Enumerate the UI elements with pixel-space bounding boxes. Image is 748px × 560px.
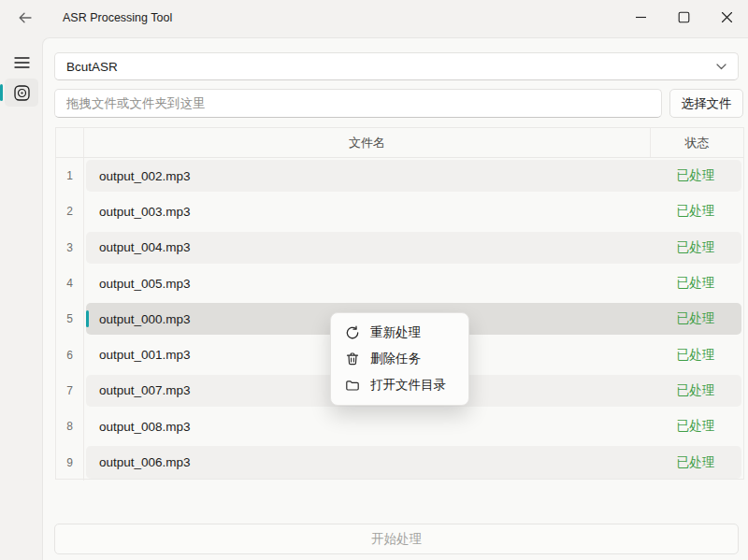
record-lens-icon: [13, 84, 31, 102]
trash-icon: [345, 352, 360, 366]
row-index: 9: [56, 444, 84, 480]
choose-file-button[interactable]: 选择文件: [669, 89, 743, 118]
folder-icon: [345, 378, 360, 393]
context-menu-label: 打开文件目录: [370, 377, 446, 394]
refresh-icon: [345, 325, 360, 340]
file-drop-input[interactable]: [54, 89, 662, 118]
close-icon: [721, 11, 733, 23]
start-processing-button[interactable]: 开始处理: [54, 524, 739, 554]
context-menu-label: 删除任务: [370, 351, 421, 367]
context-menu-item-delete[interactable]: 删除任务: [331, 346, 468, 372]
close-button[interactable]: [705, 0, 748, 35]
file-name: output_004.mp3: [99, 240, 650, 254]
engine-dropdown[interactable]: BcutASR: [54, 52, 739, 80]
row-index: 8: [56, 409, 84, 444]
row-content[interactable]: output_002.mp3已处理: [86, 160, 741, 192]
status-label: 已处理: [650, 275, 741, 292]
context-menu: 重新处理 删除任务 打开文件目录: [330, 312, 469, 406]
status-label: 已处理: [650, 167, 741, 184]
status-label: 已处理: [650, 203, 741, 220]
row-index: 1: [56, 158, 84, 194]
row-index: 2: [56, 194, 84, 229]
engine-dropdown-value: BcutASR: [66, 60, 118, 74]
context-menu-item-open-folder[interactable]: 打开文件目录: [331, 372, 468, 398]
row-content[interactable]: output_006.mp3已处理: [86, 446, 741, 478]
table-row[interactable]: 2output_003.mp3已处理: [56, 194, 743, 229]
file-name: output_002.mp3: [99, 169, 650, 183]
window-title: ASR Processing Tool: [63, 11, 172, 24]
choose-file-label: 选择文件: [682, 95, 732, 112]
context-menu-label: 重新处理: [370, 324, 421, 341]
sidebar-selection-accent-bar: [0, 84, 3, 101]
minimize-button[interactable]: [619, 0, 662, 35]
file-name: output_003.mp3: [99, 205, 650, 219]
row-content[interactable]: output_004.mp3已处理: [86, 232, 741, 264]
row-index: 4: [56, 266, 84, 301]
status-label: 已处理: [650, 310, 741, 327]
maximize-button[interactable]: [662, 0, 705, 35]
header-status: 状态: [650, 128, 743, 157]
status-label: 已处理: [650, 239, 741, 256]
sidebar: [0, 37, 42, 560]
window-controls: [619, 0, 748, 35]
nav-menu-button[interactable]: [8, 50, 35, 75]
file-name: output_008.mp3: [99, 420, 650, 434]
table-row[interactable]: 8output_008.mp3已处理: [56, 409, 743, 444]
header-filename: 文件名: [84, 135, 650, 151]
table-row[interactable]: 4output_005.mp3已处理: [56, 266, 743, 301]
file-name: output_005.mp3: [99, 277, 650, 291]
content-panel: BcutASR 选择文件 文件名 状态 1output_002.mp3已处理2o…: [42, 37, 748, 560]
table-row[interactable]: 3output_004.mp3已处理: [56, 230, 743, 266]
row-index: 5: [56, 301, 84, 337]
start-processing-label: 开始处理: [371, 531, 422, 548]
status-label: 已处理: [650, 418, 741, 435]
hamburger-icon: [14, 56, 30, 69]
status-label: 已处理: [650, 382, 741, 399]
row-content[interactable]: output_008.mp3已处理: [86, 410, 741, 442]
row-index: 3: [56, 230, 84, 266]
sidebar-item-asr[interactable]: [5, 79, 38, 107]
header-index-column: [56, 128, 84, 157]
maximize-icon: [678, 11, 690, 23]
row-index: 6: [56, 337, 84, 372]
context-menu-item-reprocess[interactable]: 重新处理: [331, 320, 468, 346]
status-label: 已处理: [650, 454, 741, 471]
row-content[interactable]: output_005.mp3已处理: [86, 267, 741, 299]
selection-accent-bar: [86, 310, 89, 327]
table-row[interactable]: 9output_006.mp3已处理: [56, 444, 743, 480]
table-header: 文件名 状态: [56, 128, 743, 158]
titlebar: ASR Processing Tool: [0, 0, 748, 37]
row-index: 7: [56, 373, 84, 409]
minimize-icon: [635, 11, 647, 23]
table-row[interactable]: 1output_002.mp3已处理: [56, 158, 743, 194]
file-name: output_006.mp3: [99, 455, 650, 469]
status-label: 已处理: [650, 347, 741, 364]
row-content[interactable]: output_003.mp3已处理: [86, 195, 741, 227]
chevron-down-icon: [716, 64, 726, 70]
back-button[interactable]: [9, 4, 41, 32]
file-table: 文件名 状态 1output_002.mp3已处理2output_003.mp3…: [55, 127, 744, 480]
arrow-left-icon: [18, 10, 33, 25]
